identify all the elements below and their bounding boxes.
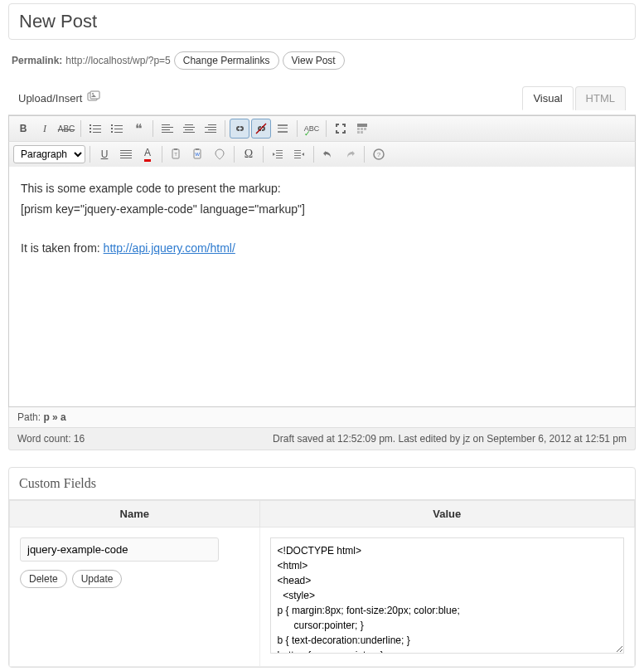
svg-rect-19: [276, 150, 283, 151]
svg-text:W: W: [195, 152, 200, 157]
custom-fields-title: Custom Fields: [9, 468, 635, 500]
upload-tabs-row: Upload/Insert Visual HTML: [8, 78, 636, 115]
editor-line-2: [prism key="jquery-example-code" languag…: [21, 199, 623, 220]
svg-rect-10: [364, 128, 366, 130]
path-bar: Path: p » a: [8, 407, 636, 428]
cf-col-name: Name: [10, 501, 260, 528]
outdent-button[interactable]: [268, 144, 288, 164]
svg-point-2: [92, 93, 94, 95]
svg-rect-6: [278, 131, 288, 133]
remove-formatting-button[interactable]: [210, 144, 230, 164]
toolbar-row-2: Paragraph U A T W Ω ?: [8, 141, 636, 167]
update-button[interactable]: Update: [72, 570, 123, 588]
page-title: New Post: [9, 4, 635, 39]
paste-word-button[interactable]: W: [188, 144, 208, 164]
cf-value-textarea[interactable]: [270, 537, 624, 654]
strikethrough-button[interactable]: ABC: [56, 119, 76, 139]
media-icon[interactable]: [87, 90, 100, 106]
text-color-button[interactable]: A: [138, 144, 157, 164]
table-row: Delete Update: [10, 528, 635, 667]
change-permalinks-button[interactable]: Change Permalinks: [174, 51, 279, 70]
paste-text-button[interactable]: T: [167, 144, 186, 164]
svg-rect-11: [357, 131, 360, 134]
svg-rect-21: [276, 155, 283, 156]
svg-rect-20: [276, 153, 283, 153]
svg-rect-25: [294, 155, 301, 156]
permalink-url: http://localhost/wp/?p=5: [65, 55, 170, 66]
view-post-button[interactable]: View Post: [283, 51, 345, 70]
svg-rect-4: [278, 124, 288, 126]
kitchen-sink-button[interactable]: [352, 119, 372, 139]
toolbar-row-1: B I ABC ❝ ABC✓: [8, 115, 636, 141]
tab-html[interactable]: HTML: [575, 86, 626, 110]
italic-button[interactable]: I: [35, 119, 55, 139]
align-left-button[interactable]: [157, 119, 177, 139]
editor-link[interactable]: http://api.jquery.com/html/: [104, 241, 235, 255]
underline-button[interactable]: U: [94, 144, 114, 164]
svg-rect-5: [278, 128, 288, 129]
align-justify-button[interactable]: [116, 144, 136, 164]
bullet-list-button[interactable]: [85, 119, 105, 139]
svg-rect-14: [174, 148, 177, 150]
permalink-label: Permalink:: [12, 55, 62, 66]
svg-rect-24: [294, 153, 301, 153]
editor-content[interactable]: This is some example code to present the…: [8, 167, 636, 407]
editor-section: Upload/Insert Visual HTML B I ABC ❝ ABC✓: [8, 78, 636, 450]
editor-line-3: It is taken from: http://api.jquery.com/…: [21, 238, 623, 259]
more-button[interactable]: [273, 119, 293, 139]
svg-rect-12: [361, 131, 363, 134]
align-right-button[interactable]: [201, 119, 220, 139]
post-title-panel: New Post: [8, 3, 636, 40]
svg-text:?: ?: [377, 151, 381, 158]
path-value: p » a: [43, 411, 65, 423]
indent-button[interactable]: [289, 144, 309, 164]
custom-fields-table: Name Value Delete Update: [9, 500, 635, 667]
word-count: Word count: 16: [17, 433, 85, 445]
svg-rect-1: [90, 91, 99, 99]
format-select[interactable]: Paragraph: [13, 145, 85, 163]
svg-rect-22: [276, 158, 283, 158]
svg-rect-26: [294, 158, 301, 158]
svg-rect-7: [357, 124, 367, 127]
cf-col-value: Value: [259, 501, 634, 528]
delete-button[interactable]: Delete: [20, 570, 67, 588]
status-bar: Word count: 16 Draft saved at 12:52:09 p…: [8, 428, 636, 450]
custom-fields-panel: Custom Fields Name Value Delete Update: [8, 467, 636, 668]
editor-line-1: This is some example code to present the…: [21, 178, 623, 199]
help-button[interactable]: ?: [369, 144, 389, 164]
undo-button[interactable]: [318, 144, 338, 164]
fullscreen-button[interactable]: [331, 119, 351, 139]
save-status: Draft saved at 12:52:09 pm. Last edited …: [273, 433, 627, 445]
unlink-button[interactable]: [251, 119, 271, 139]
svg-rect-23: [294, 150, 301, 151]
svg-text:T: T: [174, 152, 177, 157]
link-button[interactable]: [230, 119, 249, 139]
spellcheck-button[interactable]: ABC✓: [302, 119, 322, 139]
cf-name-input[interactable]: [20, 537, 219, 562]
numbered-list-button[interactable]: [107, 119, 127, 139]
align-center-button[interactable]: [179, 119, 199, 139]
special-char-button[interactable]: Ω: [239, 144, 259, 164]
svg-rect-8: [357, 128, 360, 130]
blockquote-button[interactable]: ❝: [128, 119, 148, 139]
svg-rect-9: [361, 128, 363, 130]
tab-visual[interactable]: Visual: [522, 86, 573, 110]
permalink-row: Permalink: http://localhost/wp/?p=5 Chan…: [0, 48, 644, 78]
svg-rect-17: [196, 148, 199, 150]
redo-button[interactable]: [340, 144, 360, 164]
upload-insert-label: Upload/Insert: [18, 92, 82, 105]
bold-button[interactable]: B: [13, 119, 33, 139]
